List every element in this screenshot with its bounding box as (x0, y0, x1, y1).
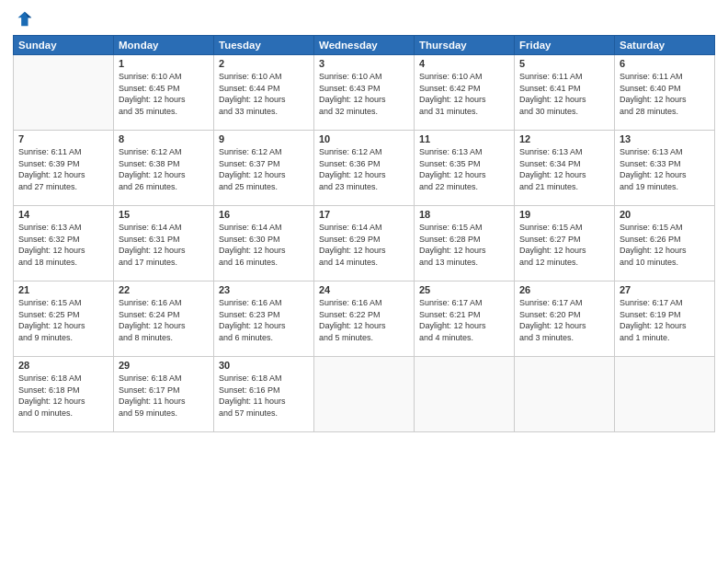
day-number: 22 (119, 284, 209, 295)
calendar-header-cell: Saturday (615, 36, 715, 55)
day-info: Sunrise: 6:11 AM Sunset: 6:40 PM Dayligh… (620, 71, 710, 117)
day-number: 23 (219, 284, 309, 295)
day-number: 18 (419, 209, 509, 220)
day-info: Sunrise: 6:15 AM Sunset: 6:26 PM Dayligh… (620, 222, 710, 268)
calendar-day-cell: 9Sunrise: 6:12 AM Sunset: 6:37 PM Daylig… (214, 131, 314, 206)
day-info: Sunrise: 6:14 AM Sunset: 6:29 PM Dayligh… (319, 222, 409, 268)
day-number: 29 (119, 360, 209, 371)
day-info: Sunrise: 6:17 AM Sunset: 6:19 PM Dayligh… (620, 297, 710, 343)
calendar-day-cell: 22Sunrise: 6:16 AM Sunset: 6:24 PM Dayli… (114, 282, 214, 357)
day-info: Sunrise: 6:13 AM Sunset: 6:35 PM Dayligh… (419, 146, 509, 192)
day-info: Sunrise: 6:17 AM Sunset: 6:20 PM Dayligh… (519, 297, 609, 343)
calendar-day-cell: 16Sunrise: 6:14 AM Sunset: 6:30 PM Dayli… (214, 206, 314, 282)
day-info: Sunrise: 6:15 AM Sunset: 6:27 PM Dayligh… (519, 222, 609, 268)
calendar-week-row: 1Sunrise: 6:10 AM Sunset: 6:45 PM Daylig… (14, 55, 715, 131)
day-number: 8 (119, 133, 209, 144)
calendar-day-cell: 1Sunrise: 6:10 AM Sunset: 6:45 PM Daylig… (114, 55, 214, 131)
day-number: 7 (18, 133, 108, 144)
day-info: Sunrise: 6:10 AM Sunset: 6:45 PM Dayligh… (119, 71, 209, 117)
calendar-week-row: 28Sunrise: 6:18 AM Sunset: 6:18 PM Dayli… (14, 357, 715, 432)
day-number: 25 (419, 284, 509, 295)
calendar-header-row: SundayMondayTuesdayWednesdayThursdayFrid… (14, 36, 715, 55)
calendar-day-cell: 12Sunrise: 6:13 AM Sunset: 6:34 PM Dayli… (515, 131, 615, 206)
day-info: Sunrise: 6:16 AM Sunset: 6:22 PM Dayligh… (319, 297, 409, 343)
calendar-day-cell: 30Sunrise: 6:18 AM Sunset: 6:16 PM Dayli… (214, 357, 314, 432)
calendar-day-cell: 17Sunrise: 6:14 AM Sunset: 6:29 PM Dayli… (314, 206, 415, 282)
logo-icon (13, 9, 33, 29)
calendar-day-cell (515, 357, 615, 432)
calendar-day-cell: 15Sunrise: 6:14 AM Sunset: 6:31 PM Dayli… (114, 206, 214, 282)
day-number: 21 (18, 284, 108, 295)
day-info: Sunrise: 6:15 AM Sunset: 6:25 PM Dayligh… (18, 297, 108, 343)
day-number: 27 (620, 284, 710, 295)
calendar-header-cell: Wednesday (314, 36, 415, 55)
day-info: Sunrise: 6:10 AM Sunset: 6:44 PM Dayligh… (219, 71, 309, 117)
calendar-week-row: 7Sunrise: 6:11 AM Sunset: 6:39 PM Daylig… (14, 131, 715, 206)
calendar-day-cell: 13Sunrise: 6:13 AM Sunset: 6:33 PM Dayli… (615, 131, 715, 206)
header (13, 9, 715, 29)
day-info: Sunrise: 6:14 AM Sunset: 6:31 PM Dayligh… (119, 222, 209, 268)
day-number: 16 (219, 209, 309, 220)
day-number: 3 (319, 58, 409, 69)
day-info: Sunrise: 6:12 AM Sunset: 6:37 PM Dayligh… (219, 146, 309, 192)
calendar-day-cell: 5Sunrise: 6:11 AM Sunset: 6:41 PM Daylig… (515, 55, 615, 131)
calendar-day-cell: 26Sunrise: 6:17 AM Sunset: 6:20 PM Dayli… (515, 282, 615, 357)
day-number: 12 (519, 133, 609, 144)
day-number: 24 (319, 284, 409, 295)
day-info: Sunrise: 6:10 AM Sunset: 6:43 PM Dayligh… (319, 71, 409, 117)
day-info: Sunrise: 6:18 AM Sunset: 6:18 PM Dayligh… (18, 373, 108, 419)
day-number: 4 (419, 58, 509, 69)
day-info: Sunrise: 6:11 AM Sunset: 6:39 PM Dayligh… (18, 146, 108, 192)
day-info: Sunrise: 6:18 AM Sunset: 6:16 PM Dayligh… (219, 373, 309, 419)
calendar-body: 1Sunrise: 6:10 AM Sunset: 6:45 PM Daylig… (14, 55, 715, 432)
day-number: 6 (620, 58, 710, 69)
calendar-day-cell: 10Sunrise: 6:12 AM Sunset: 6:36 PM Dayli… (314, 131, 415, 206)
calendar-day-cell: 27Sunrise: 6:17 AM Sunset: 6:19 PM Dayli… (615, 282, 715, 357)
calendar-day-cell: 28Sunrise: 6:18 AM Sunset: 6:18 PM Dayli… (14, 357, 114, 432)
day-number: 5 (519, 58, 609, 69)
calendar-header-cell: Tuesday (214, 36, 314, 55)
day-info: Sunrise: 6:13 AM Sunset: 6:34 PM Dayligh… (519, 146, 609, 192)
day-info: Sunrise: 6:17 AM Sunset: 6:21 PM Dayligh… (419, 297, 509, 343)
day-info: Sunrise: 6:16 AM Sunset: 6:23 PM Dayligh… (219, 297, 309, 343)
calendar-day-cell: 2Sunrise: 6:10 AM Sunset: 6:44 PM Daylig… (214, 55, 314, 131)
calendar-header-cell: Friday (515, 36, 615, 55)
calendar: SundayMondayTuesdayWednesdayThursdayFrid… (13, 35, 715, 432)
calendar-week-row: 21Sunrise: 6:15 AM Sunset: 6:25 PM Dayli… (14, 282, 715, 357)
day-number: 11 (419, 133, 509, 144)
day-number: 17 (319, 209, 409, 220)
calendar-day-cell: 19Sunrise: 6:15 AM Sunset: 6:27 PM Dayli… (515, 206, 615, 282)
calendar-day-cell: 25Sunrise: 6:17 AM Sunset: 6:21 PM Dayli… (415, 282, 515, 357)
day-number: 28 (18, 360, 108, 371)
calendar-day-cell: 24Sunrise: 6:16 AM Sunset: 6:22 PM Dayli… (314, 282, 415, 357)
calendar-day-cell (415, 357, 515, 432)
day-number: 19 (519, 209, 609, 220)
day-number: 10 (319, 133, 409, 144)
day-info: Sunrise: 6:12 AM Sunset: 6:38 PM Dayligh… (119, 146, 209, 192)
page: SundayMondayTuesdayWednesdayThursdayFrid… (0, 0, 728, 563)
day-info: Sunrise: 6:11 AM Sunset: 6:41 PM Dayligh… (519, 71, 609, 117)
calendar-day-cell: 21Sunrise: 6:15 AM Sunset: 6:25 PM Dayli… (14, 282, 114, 357)
calendar-week-row: 14Sunrise: 6:13 AM Sunset: 6:32 PM Dayli… (14, 206, 715, 282)
day-number: 14 (18, 209, 108, 220)
day-info: Sunrise: 6:16 AM Sunset: 6:24 PM Dayligh… (119, 297, 209, 343)
calendar-day-cell: 18Sunrise: 6:15 AM Sunset: 6:28 PM Dayli… (415, 206, 515, 282)
day-number: 1 (119, 58, 209, 69)
logo (13, 9, 35, 29)
day-number: 9 (219, 133, 309, 144)
day-number: 2 (219, 58, 309, 69)
calendar-day-cell: 11Sunrise: 6:13 AM Sunset: 6:35 PM Dayli… (415, 131, 515, 206)
day-info: Sunrise: 6:14 AM Sunset: 6:30 PM Dayligh… (219, 222, 309, 268)
day-info: Sunrise: 6:15 AM Sunset: 6:28 PM Dayligh… (419, 222, 509, 268)
calendar-day-cell: 7Sunrise: 6:11 AM Sunset: 6:39 PM Daylig… (14, 131, 114, 206)
day-info: Sunrise: 6:13 AM Sunset: 6:32 PM Dayligh… (18, 222, 108, 268)
calendar-day-cell: 23Sunrise: 6:16 AM Sunset: 6:23 PM Dayli… (214, 282, 314, 357)
day-number: 30 (219, 360, 309, 371)
day-number: 26 (519, 284, 609, 295)
calendar-header-cell: Monday (114, 36, 214, 55)
calendar-day-cell: 14Sunrise: 6:13 AM Sunset: 6:32 PM Dayli… (14, 206, 114, 282)
calendar-header-cell: Thursday (415, 36, 515, 55)
calendar-day-cell: 8Sunrise: 6:12 AM Sunset: 6:38 PM Daylig… (114, 131, 214, 206)
day-info: Sunrise: 6:13 AM Sunset: 6:33 PM Dayligh… (620, 146, 710, 192)
calendar-day-cell (314, 357, 415, 432)
